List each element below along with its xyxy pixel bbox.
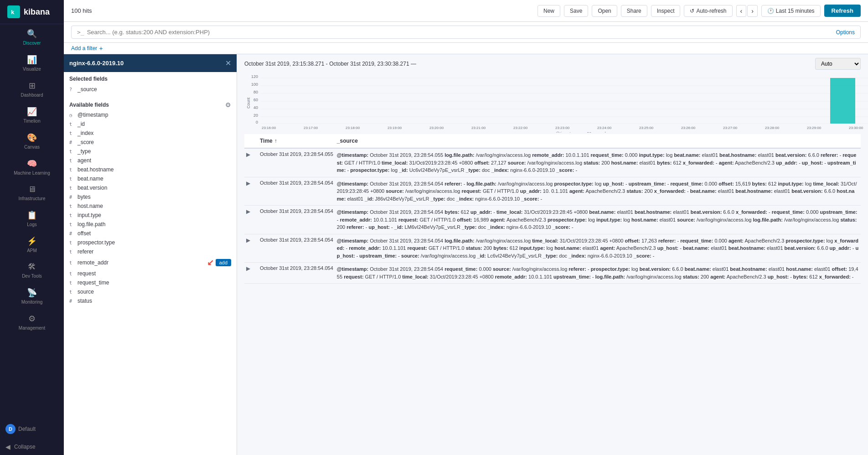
field-name: request_time — [78, 279, 109, 286]
field-item-status[interactable]: # status — [69, 296, 231, 305]
field-item-source[interactable]: t source — [69, 287, 231, 296]
field-label: up_host: — [657, 245, 678, 251]
field-item-@timestamp[interactable]: ◷ @timestamp — [69, 110, 231, 119]
field-label: offset: — [625, 238, 641, 243]
field-item-remote_addr[interactable]: t remote_addr ↙ add — [69, 256, 231, 269]
field-item-bytes[interactable]: # bytes — [69, 192, 231, 202]
source-cell: @timestamp: October 31st 2019, 23:28:54.… — [335, 206, 861, 234]
dev-tools-label: Dev Tools — [22, 274, 42, 279]
field-name: beat.hostname — [78, 166, 114, 173]
sidebar-item-monitoring[interactable]: 📡Monitoring — [0, 283, 64, 309]
new-button[interactable]: New — [537, 5, 560, 17]
field-label: beat.hostname: — [735, 188, 772, 194]
expand-button[interactable]: ▶ — [246, 237, 250, 243]
svg-text:23:23:00: 23:23:00 — [555, 126, 570, 130]
field-label: agent: — [710, 274, 725, 279]
main-area: 100 hits New Save Open Share Inspect ↺ A… — [64, 0, 868, 455]
field-item-input.type[interactable]: t input.type — [69, 211, 231, 220]
sidebar-item-dashboard[interactable]: ⊞Dashboard — [0, 76, 64, 102]
field-label: beat.hostname: — [728, 245, 765, 251]
field-type: t — [69, 122, 75, 127]
sidebar-item-default[interactable]: D Default — [0, 419, 64, 439]
field-item-offset[interactable]: # offset — [69, 229, 231, 238]
field-label: referer: — [568, 266, 586, 272]
field-label: beat.hostname: — [719, 152, 756, 158]
field-item-request[interactable]: t request — [69, 269, 231, 278]
field-label: _score: — [634, 253, 651, 259]
sidebar-item-timelion[interactable]: 📈Timelion — [0, 102, 64, 128]
visualize-label: Visualize — [23, 67, 41, 72]
save-button[interactable]: Save — [564, 5, 588, 17]
field-item-request_time[interactable]: t request_time — [69, 278, 231, 287]
nav-prev-button[interactable]: ‹ — [736, 5, 747, 17]
results-area[interactable]: Time ↑ _source ▶ October 31st 2019, 23:2… — [237, 134, 868, 455]
sidebar-item-machine-learning[interactable]: 🧠Machine Learning — [0, 154, 64, 180]
sidebar-item-management[interactable]: ⚙Management — [0, 309, 64, 335]
time-col-header[interactable]: Time ↑ — [258, 134, 335, 148]
selected-fields-title: Selected fields — [69, 76, 231, 82]
refresh-button[interactable]: Refresh — [824, 5, 861, 17]
field-item-agent[interactable]: t agent — [69, 156, 231, 165]
open-button[interactable]: Open — [592, 5, 617, 17]
sidebar-item-dev-tools[interactable]: 🛠Dev Tools — [0, 258, 64, 283]
sidebar-item-infrastructure[interactable]: 🖥Infrastructure — [0, 180, 64, 206]
field-item-_id[interactable]: t _id — [69, 119, 231, 129]
field-label: offset: — [457, 217, 472, 222]
field-source[interactable]: ? _source — [69, 85, 231, 94]
histogram-chart: 120 100 80 60 40 20 0 — [244, 73, 868, 133]
field-label: agent: — [728, 238, 744, 243]
sidebar-item-logs[interactable]: 📋Logs — [0, 206, 64, 232]
collapse-label: Collapse — [14, 444, 36, 450]
field-label: @timestamp: — [337, 238, 368, 243]
sidebar-item-canvas[interactable]: 🎨Canvas — [0, 128, 64, 154]
sidebar-item-collapse[interactable]: ◀ Collapse — [0, 439, 64, 455]
svg-text:23:22:00: 23:22:00 — [513, 126, 528, 130]
time-sort[interactable]: Time ↑ — [260, 138, 333, 144]
field-item-_score[interactable]: # _score — [69, 138, 231, 147]
sidebar-item-visualize[interactable]: 📊Visualize — [0, 50, 64, 76]
add-field-button[interactable]: add — [216, 259, 231, 266]
time-picker-button[interactable]: 🕐 Last 15 minutes — [761, 5, 821, 17]
field-item-log.file.path[interactable]: t log.file.path — [69, 220, 231, 229]
expand-button[interactable]: ▶ — [246, 208, 250, 215]
auto-refresh-button[interactable]: ↺ Auto-refresh — [684, 5, 732, 17]
field-item-prospector.type[interactable]: t prospector.type — [69, 238, 231, 247]
svg-text:40: 40 — [253, 105, 258, 110]
inspect-button[interactable]: Inspect — [651, 5, 681, 17]
field-type: t — [69, 280, 75, 285]
nav-next-button[interactable]: › — [747, 5, 758, 17]
field-item-_type[interactable]: t _type — [69, 147, 231, 156]
field-item-host.name[interactable]: t host.name — [69, 202, 231, 211]
settings-icon[interactable]: ⚙ — [225, 101, 231, 109]
options-button[interactable]: Options — [836, 29, 855, 36]
expand-button[interactable]: ▶ — [246, 151, 250, 158]
search-input[interactable] — [87, 29, 832, 36]
field-item-referer[interactable]: t referer — [69, 247, 231, 256]
expand-button[interactable]: ▶ — [246, 265, 250, 272]
interval-select[interactable]: Auto 1 second 30 seconds 1 minute — [815, 58, 861, 70]
svg-text:23:28:00: 23:28:00 — [765, 126, 780, 130]
svg-text:23:16:00: 23:16:00 — [262, 126, 276, 130]
sidebar-item-apm[interactable]: ⚡APM — [0, 232, 64, 258]
timelion-icon: 📈 — [27, 107, 37, 117]
field-label: up_addr: — [520, 188, 542, 194]
dashboard-icon: ⊞ — [29, 81, 36, 91]
default-label: Default — [18, 426, 36, 432]
index-close-button[interactable]: ✕ — [225, 59, 231, 67]
field-label: request_time: — [444, 266, 477, 272]
apm-icon: ⚡ — [27, 236, 37, 246]
field-name: @timestamp — [78, 112, 108, 118]
field-label: request_time: — [680, 238, 713, 243]
field-item-beat.version[interactable]: t beat.version — [69, 183, 231, 192]
field-item-beat.name[interactable]: t beat.name — [69, 174, 231, 183]
expand-button[interactable]: ▶ — [246, 180, 250, 186]
share-button[interactable]: Share — [621, 5, 647, 17]
field-label: bytes: — [752, 181, 767, 186]
management-icon: ⚙ — [28, 314, 36, 324]
field-label: referer: — [658, 238, 676, 243]
field-item-beat.hostname[interactable]: t beat.hostname — [69, 165, 231, 174]
field-label: time_local: — [532, 238, 558, 243]
field-item-_index[interactable]: t _index — [69, 129, 231, 138]
add-filter-button[interactable]: Add a filter + — [71, 45, 103, 52]
sidebar-item-discover[interactable]: 🔍Discover — [0, 24, 64, 50]
